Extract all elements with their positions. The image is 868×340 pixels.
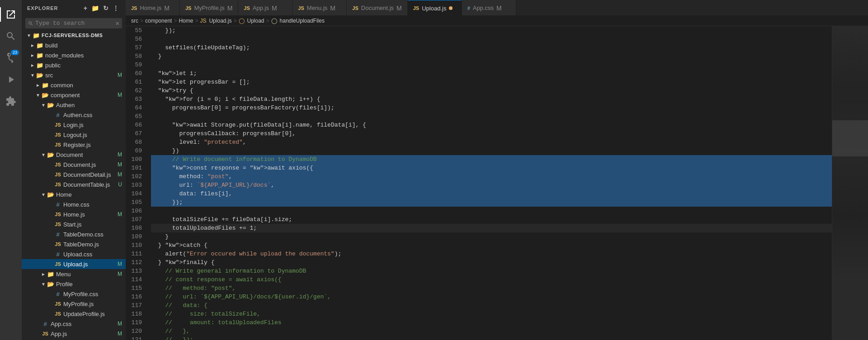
tab-menu-js-icon: JS <box>298 5 304 11</box>
tab-upload-js[interactable]: JS Upload.js <box>408 0 462 16</box>
authen-folder-icon: 📂 <box>47 102 54 109</box>
tabledemo-label: TableDemo.js <box>63 241 126 248</box>
build-label: build <box>45 42 126 49</box>
menu-folder-label: Menu <box>56 271 118 278</box>
app-css-modified: M <box>118 321 126 327</box>
tree-item-home-js[interactable]: JS Home.js M <box>22 209 126 219</box>
run-debug-icon[interactable] <box>0 69 22 90</box>
tab-app-js[interactable]: JS App.js M <box>238 0 292 16</box>
tab-app-css[interactable]: # App.css M <box>462 0 516 16</box>
minimap[interactable] <box>832 26 868 340</box>
tree-item-app-js[interactable]: JS App.js M <box>22 329 126 339</box>
explorer-icon[interactable] <box>0 4 22 25</box>
minimap-viewport <box>832 120 868 156</box>
code-line-59 <box>151 61 832 69</box>
breadcrumb-src[interactable]: src <box>131 18 138 24</box>
tree-item-document-folder[interactable]: ▼ 📂 Document M <box>22 150 126 160</box>
explorer-label: Explorer <box>27 5 58 11</box>
component-label: component <box>51 92 118 99</box>
code-line-113: // Write general information to DynamoDB <box>151 267 832 275</box>
search-activity-icon[interactable] <box>0 25 22 47</box>
tree-item-src[interactable]: ▼ 📂 src M <box>22 70 126 80</box>
tab-bar: JS Home.js M JS MyProfile.js M JS App.js… <box>126 0 868 16</box>
refresh-icon[interactable]: ↻ <box>102 4 110 13</box>
tab-app-js-label: App.js <box>253 5 269 11</box>
project-label: FCJ-SERVERLESS-DMS <box>42 33 126 38</box>
sidebar-header: Explorer + 📁 ↻ ⋮ <box>22 0 126 16</box>
nm-label: node_modules <box>45 52 126 59</box>
new-folder-icon[interactable]: 📁 <box>90 4 100 13</box>
code-line-60: "kw">let i; <box>151 69 832 78</box>
tree-item-authen[interactable]: ▼ 📂 Authen <box>22 100 126 110</box>
breadcrumb-uploadjs[interactable]: Upload.js <box>209 18 231 24</box>
tree-item-start[interactable]: JS Start.js <box>22 219 126 229</box>
tree-item-node-modules[interactable]: ► 📁 node_modules <box>22 50 126 60</box>
public-label: public <box>45 62 126 69</box>
tree-item-common[interactable]: ► 📁 common <box>22 80 126 90</box>
public-folder-icon: 📁 <box>36 62 43 69</box>
home-css-icon: # <box>54 201 61 208</box>
updateprofile-label: UpdateProfile.js <box>63 311 126 317</box>
code-line-69: }) <box>151 146 832 155</box>
code-line-109: } <box>151 232 832 241</box>
tab-menu-js[interactable]: JS Menu.js M <box>292 0 347 16</box>
tab-app-css-modified: M <box>496 5 502 12</box>
breadcrumb-handleupload[interactable]: handleUploadFiles <box>280 18 325 24</box>
authen-css-icon: # <box>54 112 61 118</box>
tab-app-js-modified: M <box>272 5 277 12</box>
docdetail-js-icon: JS <box>54 172 61 177</box>
tree-item-profile-folder[interactable]: ▼ 📂 Profile <box>22 279 126 289</box>
tree-item-documentdetail[interactable]: JS DocumentDetail.js M <box>22 170 126 179</box>
tree-item-build[interactable]: ► 📁 build <box>22 40 126 50</box>
tree-item-public[interactable]: ► 📁 public <box>22 60 126 70</box>
tree-item-menu-folder[interactable]: ► 📁 Menu M <box>22 269 126 279</box>
tab-myprofile-js[interactable]: JS MyProfile.js M <box>180 0 238 16</box>
new-file-icon[interactable]: + <box>83 4 89 13</box>
tab-upload-js-label: Upload.js <box>422 5 446 12</box>
logout-js-icon: JS <box>54 132 61 137</box>
tree-item-home-css[interactable]: # Home.css <box>22 199 126 209</box>
code-line-107: totalSizeFile += fileData[i].size; <box>151 215 832 224</box>
tree-item-documenttable[interactable]: JS DocumentTable.js U <box>22 179 126 189</box>
tree-item-tabledemo-js[interactable]: JS TableDemo.js <box>22 239 126 249</box>
code-line-105: }); <box>151 198 832 207</box>
tree-item-logout[interactable]: JS Logout.js <box>22 130 126 140</box>
profile-folder-icon: 📂 <box>47 281 54 288</box>
breadcrumb-upload-icon: ◯ <box>239 18 245 24</box>
tree-item-home-folder[interactable]: ▼ 📂 Home <box>22 189 126 199</box>
breadcrumb-home[interactable]: Home <box>179 18 193 24</box>
editor-area: JS Home.js M JS MyProfile.js M JS App.js… <box>126 0 868 340</box>
project-root[interactable]: ▼ 📁 FCJ-SERVERLESS-DMS <box>22 30 126 40</box>
search-input[interactable] <box>35 20 114 27</box>
tree-item-myprofile-css[interactable]: # MyProfile.css <box>22 289 126 299</box>
tree-item-myprofile-js[interactable]: JS MyProfile.js <box>22 299 126 309</box>
tree-item-upload-js[interactable]: JS Upload.js M <box>22 259 126 269</box>
tree-item-authen-css[interactable]: # Authen.css <box>22 110 126 120</box>
component-folder-icon: 📂 <box>42 92 49 99</box>
breadcrumb-component[interactable]: component <box>145 18 172 24</box>
tree-item-register[interactable]: JS Register.js <box>22 140 126 150</box>
tree-item-upload-css[interactable]: # Upload.css <box>22 249 126 259</box>
tree-item-component[interactable]: ▼ 📂 component M <box>22 90 126 100</box>
tabledemo-js-icon: JS <box>54 241 61 247</box>
source-control-icon[interactable]: 23 <box>0 47 22 69</box>
tab-home-js[interactable]: JS Home.js M <box>126 0 180 16</box>
register-js-icon: JS <box>54 142 61 147</box>
build-arrow: ► <box>29 43 36 48</box>
tree-item-tabledemo-css[interactable]: # TableDemo.css <box>22 229 126 239</box>
tab-menu-js-modified: M <box>330 5 335 12</box>
code-area[interactable]: }); setfiles(fileUpdateTag); } "kw">let … <box>147 26 832 340</box>
code-line-106 <box>151 207 832 215</box>
tree-item-app-css[interactable]: # App.css M <box>22 319 126 329</box>
breadcrumb-upload[interactable]: Upload <box>247 18 264 24</box>
common-label: common <box>51 82 126 89</box>
updateprofile-js-icon: JS <box>54 311 61 316</box>
tree-item-login[interactable]: JS Login.js <box>22 120 126 130</box>
collapse-all-icon[interactable]: ⋮ <box>112 4 120 13</box>
search-clear-icon[interactable]: ✕ <box>116 19 119 27</box>
nm-folder-icon: 📁 <box>36 52 43 59</box>
tab-document-js[interactable]: JS Document.js M <box>347 0 407 16</box>
extensions-icon[interactable] <box>0 90 22 112</box>
tree-item-updateprofile[interactable]: JS UpdateProfile.js <box>22 309 126 319</box>
tree-item-document-js[interactable]: JS Document.js M <box>22 160 126 170</box>
